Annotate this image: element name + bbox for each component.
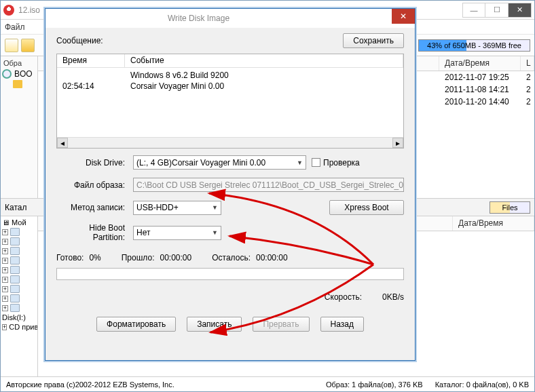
scroll-right-icon[interactable]: ▸ [392,138,403,148]
plus-icon[interactable]: + [2,305,8,311]
drive-icon [10,285,20,293]
plus-icon[interactable]: + [2,229,8,235]
drive-node[interactable]: + [1,275,37,284]
drive-node[interactable]: + [1,294,37,303]
status-catalog: Каталог: 0 файла(ов), 0 KB [435,380,529,389]
drive-icon [10,294,20,302]
open-icon[interactable] [21,39,35,52]
disk-usage-text: 43% of 650MB - 369MB free [419,40,530,51]
log-box: Время Событие Windows 8 v6.2 Build 9200 … [56,54,404,149]
log-row: Windows 8 v6.2 Build 9200 [57,71,403,81]
message-label: Сообщение: [56,36,343,45]
tree-root-label: BOO [14,69,33,79]
back-button[interactable]: Назад [320,317,364,332]
log-headers: Время Событие [57,54,403,68]
write-button[interactable]: Записать [187,317,242,332]
write-method-row: Метод записи: USB-HDD+ ▼ Xpress Boot [56,200,404,215]
disk-drive-label: Disk Drive: [56,158,128,168]
xpress-boot-button[interactable]: Xpress Boot [329,200,404,215]
verify-checkbox[interactable]: Проверка [312,158,360,168]
lower-col-date[interactable]: Дата/Время [453,216,534,231]
write-method-label: Метод записи: [56,203,128,212]
save-button[interactable]: Сохранить [343,33,404,48]
drive-node[interactable]: + [1,256,37,265]
my-computer-node[interactable]: 🖥 Мой [1,218,37,227]
drive-node[interactable]: + [1,303,37,313]
log-col-event[interactable]: Событие [125,54,403,67]
tree-folder[interactable] [1,79,37,89]
image-file-field: C:\Boot CD USB Sergei Strelec 071112\Boo… [133,178,404,192]
new-icon[interactable] [5,39,18,52]
drive-icon [10,275,20,283]
cd-drive-node[interactable]: + CD привод(J) [1,322,37,332]
chevron-down-icon: ▼ [297,159,303,166]
hide-partition-label: Hide Boot Partition: [56,223,128,242]
log-hscroll[interactable]: ◂ ▸ [57,137,403,148]
plus-icon[interactable]: + [2,296,8,302]
drive-node[interactable]: + [1,246,37,256]
chevron-down-icon: ▼ [212,229,218,236]
dialog-close-button[interactable]: ✕ [392,9,415,24]
plus-icon[interactable]: + [2,277,8,283]
disk-drive-select[interactable]: (L:, 4 GB)Corsair Voyager Mini 0.00 ▼ [133,155,306,170]
chevron-down-icon: ▼ [212,204,218,211]
drive-node[interactable]: + [1,284,37,294]
disc-icon [2,69,12,79]
write-method-select[interactable]: USB-HDD+ ▼ [133,201,221,215]
maximize-button[interactable]: ☐ [485,3,509,18]
log-col-time[interactable]: Время [57,54,125,67]
dialog-title: Write Disk Image [168,14,229,23]
drive-icon [10,247,20,255]
disk-node[interactable]: Disk(I:) [1,313,37,322]
app-icon [3,5,14,16]
scroll-left-icon[interactable]: ◂ [57,138,68,148]
drive-icon [10,228,20,236]
abort-button[interactable]: Прервать [253,317,309,332]
remaining-label: Осталось: [212,253,251,262]
log-row: 02:54:14 Corsair Voyager Mini 0.00 [57,81,403,92]
remaining-value: 00:00:00 [256,253,288,262]
copyright: Авторские права (c)2002-2012 EZB Systems… [6,380,314,389]
plus-icon[interactable]: + [2,258,8,264]
plus-icon[interactable]: + [2,239,8,245]
drive-node[interactable]: + [1,227,37,237]
image-file-label: Файл образа: [56,180,128,190]
ready-value: 0% [89,253,100,262]
checkbox-box [312,158,320,167]
computer-icon: 🖥 [2,218,10,227]
lower-tree: 🖥 Мой + + + + + + + + + Disk(I:) + CD пр… [1,216,38,376]
hide-partition-select[interactable]: Нет ▼ [133,226,221,240]
plus-icon[interactable]: + [2,248,8,254]
close-button[interactable]: ✕ [509,3,532,18]
drive-icon [10,237,20,246]
statusbar: Авторские права (c)2002-2012 EZB Systems… [1,376,534,391]
speed-label: Скорость: [325,292,362,302]
status-obraz: Образ: 1 файла(ов), 376 KB [326,380,423,389]
catalog-label: Катал [5,203,26,212]
col-date[interactable]: Дата/Время [439,56,521,71]
message-row: Сообщение: Сохранить [56,33,404,48]
minimize-button[interactable]: — [462,3,485,18]
menu-file[interactable]: Файл [5,22,25,32]
plus-icon[interactable]: + [2,286,8,292]
write-disk-dialog: Write Disk Image ✕ Сообщение: Сохранить … [45,8,416,361]
tree-header: Обра [1,58,37,68]
button-row: Форматировать Записать Прервать Назад [56,317,404,332]
speed-row: Скорость: 0KB/s [56,292,404,302]
disk-usage: 43% of 650MB - 369MB free [418,39,530,52]
plus-icon[interactable]: + [2,324,7,330]
disk-drive-row: Disk Drive: (L:, 4 GB)Corsair Voyager Mi… [56,155,404,170]
format-button[interactable]: Форматировать [96,317,176,332]
ready-label: Готово: [56,253,84,262]
dialog-titlebar: Write Disk Image ✕ [45,9,415,28]
plus-icon[interactable]: + [2,267,8,273]
elapsed-label: Прошло: [122,253,155,262]
drive-node[interactable]: + [1,265,37,275]
col-l[interactable]: L [521,56,534,71]
drive-node[interactable]: + [1,237,37,246]
tree-root[interactable]: BOO [1,68,37,79]
progress-bar [56,268,404,280]
progress-row: Готово: 0% Прошло: 00:00:00 Осталось: 00… [56,253,404,262]
elapsed-value: 00:00:00 [160,253,191,262]
window-controls: — ☐ ✕ [462,3,532,18]
